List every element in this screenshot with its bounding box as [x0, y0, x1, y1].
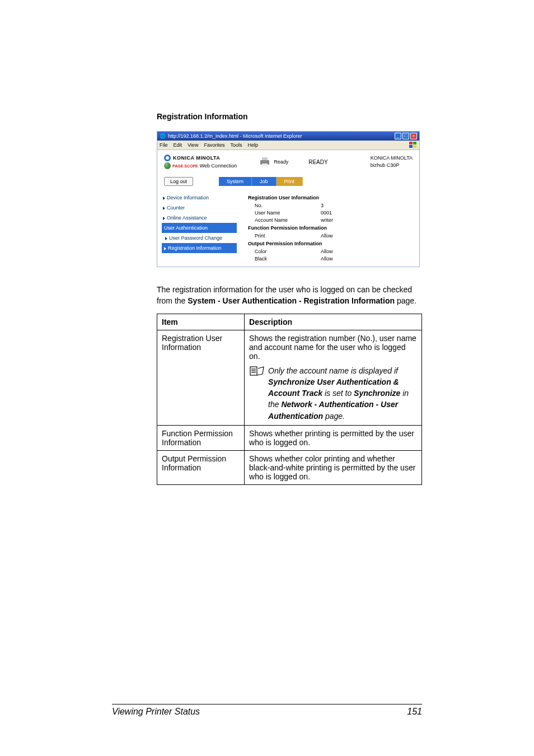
menu-edit[interactable]: Edit: [174, 142, 182, 148]
color-label: Color: [248, 249, 321, 254]
svg-rect-1: [413, 142, 416, 144]
window-titlebar: 🌐 http://192.168.1.2/m_index.html - Micr…: [157, 132, 419, 141]
minimize-icon[interactable]: _: [395, 133, 401, 139]
color-value: Allow: [321, 249, 413, 254]
col-desc-header: Description: [245, 314, 422, 330]
svg-rect-0: [409, 142, 413, 144]
menu-favorites[interactable]: Favorites: [204, 142, 224, 148]
sidebar-item-password-change[interactable]: User Password Change: [162, 233, 237, 243]
tab-print[interactable]: Print: [277, 177, 303, 186]
sidebar-item-registration-info[interactable]: Registration Information: [162, 243, 237, 253]
menu-view[interactable]: View: [188, 142, 198, 148]
brand-logo-icon: [164, 155, 171, 161]
row3-item: Output Permission Information: [157, 451, 245, 485]
row1-desc: Shows the registration number (No.), use…: [245, 330, 422, 425]
account-value: writer: [321, 217, 413, 223]
row2-desc: Shows whether printing is permitted by t…: [245, 426, 422, 451]
menu-bar: File Edit View Favorites Tools Help: [157, 141, 419, 150]
svg-rect-3: [413, 145, 416, 148]
menu-file[interactable]: File: [160, 142, 168, 148]
no-label: No.: [248, 203, 321, 208]
pagescope-label: PAGE SCOPE: [172, 164, 198, 168]
page-number: 151: [407, 707, 422, 717]
account-label: Account Name: [248, 217, 321, 223]
close-icon[interactable]: ×: [410, 133, 417, 139]
col-item-header: Item: [157, 314, 245, 330]
sidebar-item-user-auth[interactable]: User Authentication: [162, 223, 237, 233]
web-connection-label: Web Connection: [200, 163, 237, 169]
browser-screenshot: 🌐 http://192.168.1.2/m_index.html - Micr…: [157, 131, 420, 267]
ready-big-label: READY: [308, 159, 327, 165]
logout-button[interactable]: Log out: [164, 177, 193, 186]
svg-point-7: [268, 161, 269, 162]
globe-icon: [164, 162, 171, 169]
ie-icon: 🌐: [160, 133, 166, 139]
no-value: 3: [321, 203, 413, 208]
menu-help[interactable]: Help: [247, 142, 258, 148]
row1-item: Registration User Information: [157, 330, 245, 425]
svg-rect-2: [409, 145, 413, 148]
sidebar-item-online-assist[interactable]: Online Assistance: [162, 213, 237, 223]
black-label: Black: [248, 256, 321, 262]
maximize-icon[interactable]: □: [402, 133, 409, 139]
window-title: http://192.168.1.2/m_index.html - Micros…: [168, 133, 302, 139]
row3-desc: Shows whether color printing and whether…: [245, 451, 422, 485]
footer-title: Viewing Printer Status: [112, 707, 200, 717]
section-heading: Registration Information: [157, 112, 422, 121]
info-table: Item Description Registration User Infor…: [157, 314, 422, 485]
print-value: Allow: [321, 233, 413, 239]
svg-rect-5: [262, 157, 268, 160]
black-value: Allow: [321, 256, 413, 262]
device-maker: KONICA MINOLTA: [371, 155, 413, 162]
print-label: Print: [248, 233, 321, 239]
ready-small-label: Ready: [274, 159, 288, 165]
brand-name: KONICA MINOLTA: [173, 155, 220, 161]
note-icon: [249, 365, 265, 422]
svg-rect-6: [262, 164, 268, 166]
intro-paragraph: The registration information for the use…: [157, 284, 422, 307]
device-model: bizhub C30P: [371, 162, 413, 169]
menu-tools[interactable]: Tools: [230, 142, 242, 148]
tab-job[interactable]: Job: [252, 177, 277, 186]
content-fp-title: Function Permission Information: [248, 225, 413, 231]
tab-system[interactable]: System: [219, 177, 252, 186]
content-reg-title: Registration User Information: [248, 195, 413, 200]
username-label: User Name: [248, 210, 321, 216]
sidebar-item-counter[interactable]: Counter: [162, 203, 237, 213]
printer-icon: [259, 157, 270, 167]
username-value: 0001: [321, 210, 413, 216]
row2-item: Function Permission Information: [157, 426, 245, 451]
sidebar-item-device-info[interactable]: Device Information: [162, 193, 237, 203]
windows-flag-icon: [409, 142, 417, 148]
content-op-title: Output Permission Information: [248, 241, 413, 246]
